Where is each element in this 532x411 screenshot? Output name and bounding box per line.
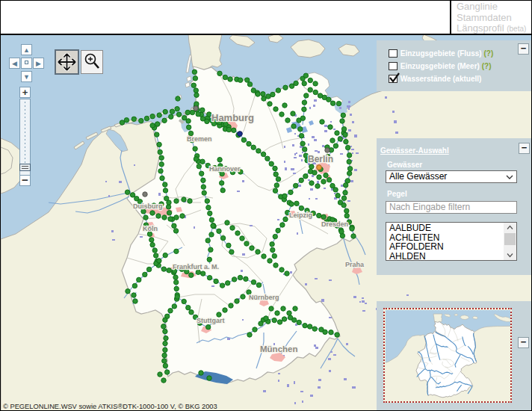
svg-text:Berlin: Berlin [308, 154, 333, 164]
svg-text:Praha: Praha [345, 261, 365, 268]
svg-text:Bremen: Bremen [187, 135, 212, 143]
svg-text:Stuttgart: Stuttgart [197, 317, 225, 324]
svg-text:Dresden: Dresden [321, 220, 348, 228]
svg-text:Hamburg: Hamburg [211, 112, 254, 123]
svg-text:Nürnberg: Nürnberg [249, 294, 279, 301]
svg-text:Frankfurt a. M.: Frankfurt a. M. [173, 263, 219, 271]
svg-text:Köln: Köln [143, 225, 158, 232]
svg-text:Leipzig: Leipzig [289, 211, 312, 219]
svg-text:Hannover: Hannover [209, 165, 241, 173]
svg-text:© PEGELONLINE.WSV sowie ATKIS®: © PEGELONLINE.WSV sowie ATKIS®DTK-1000-1… [3, 403, 217, 410]
svg-text:Duisburg: Duisburg [133, 203, 163, 210]
svg-text:München: München [260, 344, 297, 353]
